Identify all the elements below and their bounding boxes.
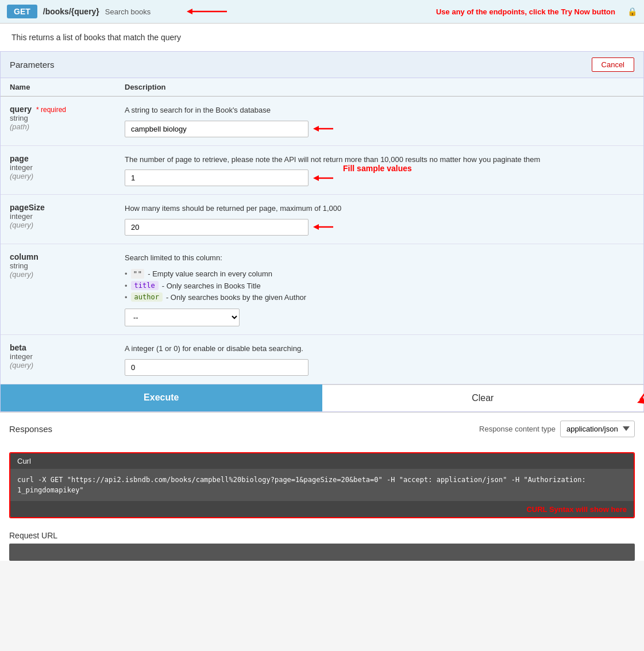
method-badge: GET [7,5,37,18]
col-desc-header: Description [125,83,634,91]
responses-title: Responses [9,424,52,434]
param-name-column: column [10,252,38,261]
curl-header: Curl [10,453,634,469]
page-input[interactable] [125,170,308,186]
parameters-title: Parameters [10,60,55,70]
svg-marker-7 [313,224,319,230]
param-row-page: page integer (query) The number of page … [1,146,643,195]
param-desc-col-query: A string to search for in the Book's dat… [125,105,634,137]
parameters-section: Parameters Cancel Name Description query… [0,51,644,412]
param-row-beta: beta integer (query) A integer (1 or 0) … [1,335,643,384]
arrow-pagesize-icon [313,221,336,233]
request-url-section: Request URL [0,525,644,561]
param-name-query: query [10,105,32,114]
pagesize-input[interactable] [125,219,308,236]
param-type-column: string [10,261,125,270]
arrow-left-icon [184,6,230,17]
column-select[interactable]: -- title author [125,309,240,326]
param-name-beta: beta [10,343,26,352]
svg-marker-3 [313,126,319,132]
main-container: GET /books/{query} Search books Use any … [0,0,644,561]
param-desc-col-column: Search limited to this column: "" - Empt… [125,252,634,327]
param-type-pagesize: integer [10,212,125,221]
curl-annotation-bar: CURL Syntax will show here [10,501,634,517]
content-type-select[interactable]: application/json application/xml text/pl… [560,421,635,437]
svg-marker-1 [187,9,192,14]
param-table-header: Name Description [1,78,643,97]
param-location-column: (query) [10,270,125,279]
bullet-title: title - Only searches in Books Title [125,280,634,291]
arrow-page-icon [313,172,336,184]
param-name-page: page [10,154,29,163]
arrow-query-icon [313,123,336,134]
svg-marker-5 [313,175,319,181]
execute-button[interactable]: Execute [1,384,322,411]
clear-button[interactable]: Clear [322,384,644,411]
description-bar: This returns a list of books that match … [0,24,644,51]
param-location-query: (path) [10,122,125,131]
param-desc-beta: A integer (1 or 0) for enable or disable… [125,343,634,355]
param-location-page: (query) [10,172,125,180]
endpoint-path: /books/{query} [43,7,99,16]
param-name-col-beta: beta integer (query) [10,343,125,376]
title-code-tag: title [131,281,159,290]
param-row-pagesize: pageSize integer (query) How many items … [1,195,643,244]
param-desc-col-pagesize: How many items should be returned per pa… [125,203,634,236]
column-bullet-list: "" - Empty value search in every column … [125,268,634,303]
curl-body: curl -X GET "https://api2.isbndb.com/boo… [10,469,634,501]
svg-line-8 [640,368,644,400]
param-name-col-pagesize: pageSize integer (query) [10,203,125,236]
responses-section: Responses Response content type applicat… [0,412,644,445]
param-name-col-column: column string (query) [10,252,125,327]
param-location-pagesize: (query) [10,221,125,229]
param-type-query: string [10,114,125,122]
bullet-author: author - Only searches books by the give… [125,291,634,303]
param-location-beta: (query) [10,361,125,369]
param-required-query: * required [36,106,66,114]
param-desc-column: Search limited to this column: [125,252,634,264]
param-desc-col-beta: A integer (1 or 0) for enable or disable… [125,343,634,376]
param-name-col-query: query * required string (path) [10,105,125,137]
param-name-col-page: page integer (query) [10,154,125,187]
content-type-wrapper: Response content type application/json a… [479,421,635,437]
param-row-query: query * required string (path) A string … [1,97,643,146]
author-code-tag: author [131,292,163,302]
responses-header: Responses Response content type applicat… [9,421,635,437]
content-type-label: Response content type [479,425,556,433]
param-desc-query: A string to search for in the Book's dat… [125,105,634,116]
beta-input[interactable] [125,359,308,376]
param-type-beta: integer [10,352,125,361]
parameters-header: Parameters Cancel [1,52,643,78]
param-desc-col-page: The number of page to retrieve, please n… [125,154,634,187]
request-url-bar [9,544,635,561]
header-annotation: Use any of the endpoints, click the Try … [436,7,615,16]
lock-icon: 🔒 [627,7,637,16]
endpoint-header: GET /books/{query} Search books Use any … [0,0,644,24]
bullet-empty: "" - Empty value search in every column [125,268,634,280]
param-row-column: column string (query) Search limited to … [1,244,643,336]
query-input[interactable] [125,121,308,137]
endpoint-summary: Search books [105,7,151,16]
arrow-execute-icon [628,363,644,409]
col-name-header: Name [10,83,125,91]
param-name-pagesize: pageSize [10,203,45,212]
request-url-label: Request URL [9,531,635,540]
curl-annotation-text: CURL Syntax will show here [526,505,627,514]
cancel-button[interactable]: Cancel [592,57,634,72]
action-buttons: Execute Clear [1,384,643,411]
description-text: This returns a list of books that match … [11,33,181,42]
param-desc-pagesize: How many items should be returned per pa… [125,203,634,214]
curl-section: Curl curl -X GET "https://api2.isbndb.co… [9,452,635,518]
param-type-page: integer [10,163,125,172]
fill-sample-annotation: Fill sample values [343,164,412,173]
